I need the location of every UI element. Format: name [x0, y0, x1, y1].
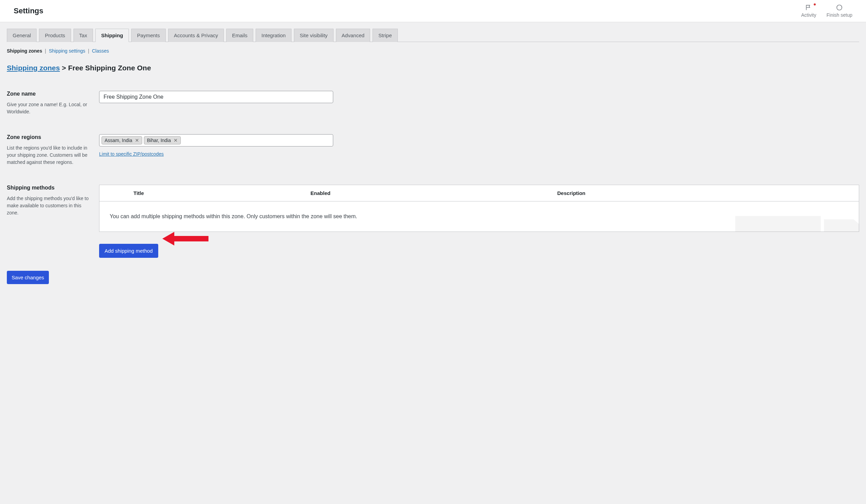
- notification-dot-icon: [814, 3, 816, 5]
- region-tag-label: Bihar, India: [147, 138, 171, 143]
- tab-integration[interactable]: Integration: [256, 29, 291, 42]
- table-empty-cell: You can add multiple shipping methods wi…: [99, 202, 859, 232]
- table-empty-row: You can add multiple shipping methods wi…: [99, 202, 859, 232]
- tab-tax[interactable]: Tax: [74, 29, 93, 42]
- activity-button[interactable]: Activity: [801, 4, 816, 18]
- tab-payments[interactable]: Payments: [131, 29, 166, 42]
- subtab-shipping-zones[interactable]: Shipping zones: [7, 48, 42, 54]
- subtab-classes[interactable]: Classes: [92, 48, 109, 54]
- close-icon[interactable]: ✕: [174, 138, 178, 143]
- svg-point-0: [837, 5, 842, 10]
- limit-postcodes-link[interactable]: Limit to specific ZIP/postcodes: [99, 151, 164, 157]
- arrow-annotation-icon: [162, 230, 210, 247]
- shipping-methods-label: Shipping methods: [7, 185, 92, 191]
- table-header-enabled: Enabled: [304, 185, 551, 202]
- empty-state-text: You can add multiple shipping methods wi…: [110, 214, 357, 219]
- table-header-blank: [99, 185, 127, 202]
- separator: |: [45, 48, 46, 54]
- tab-general[interactable]: General: [7, 29, 36, 42]
- finish-setup-button[interactable]: Finish setup: [827, 4, 852, 18]
- zone-name-input[interactable]: [99, 91, 333, 103]
- page-title: Settings: [14, 7, 43, 15]
- table-header-title: Title: [127, 185, 304, 202]
- breadcrumb: Shipping zones > Free Shipping Zone One: [7, 64, 859, 72]
- activity-label: Activity: [801, 12, 816, 18]
- zone-name-desc: Give your zone a name! E.g. Local, or Wo…: [7, 101, 92, 115]
- region-tag: Assam, India ✕: [101, 136, 142, 145]
- tab-site-visibility[interactable]: Site visibility: [294, 29, 334, 42]
- zone-regions-input[interactable]: Assam, India ✕ Bihar, India ✕: [99, 134, 333, 147]
- tab-shipping[interactable]: Shipping: [95, 29, 129, 42]
- breadcrumb-shipping-zones-link[interactable]: Shipping zones: [7, 64, 60, 72]
- breadcrumb-separator: >: [62, 64, 68, 72]
- table-header-description: Description: [551, 185, 859, 202]
- shipping-subtabs: Shipping zones | Shipping settings | Cla…: [7, 48, 859, 54]
- subtab-shipping-settings[interactable]: Shipping settings: [49, 48, 86, 54]
- save-changes-button[interactable]: Save changes: [7, 271, 49, 284]
- tab-stripe[interactable]: Stripe: [373, 29, 398, 42]
- zone-regions-label: Zone regions: [7, 134, 92, 140]
- tab-advanced[interactable]: Advanced: [336, 29, 370, 42]
- table-header-row: Title Enabled Description: [99, 185, 859, 202]
- settings-tabs: General Products Tax Shipping Payments A…: [7, 28, 859, 42]
- breadcrumb-current: Free Shipping Zone One: [68, 64, 151, 72]
- flag-icon: [805, 4, 812, 11]
- zone-name-label: Zone name: [7, 91, 92, 97]
- zone-regions-desc: List the regions you'd like to include i…: [7, 145, 92, 166]
- separator: |: [88, 48, 89, 54]
- shipping-methods-table: Title Enabled Description You can add mu…: [99, 185, 859, 232]
- tab-accounts-privacy[interactable]: Accounts & Privacy: [168, 29, 224, 42]
- tab-products[interactable]: Products: [39, 29, 71, 42]
- region-tag-label: Assam, India: [104, 138, 132, 143]
- circle-icon: [836, 4, 843, 11]
- shipping-methods-desc: Add the shipping methods you'd like to m…: [7, 195, 92, 217]
- add-shipping-method-button[interactable]: Add shipping method: [99, 244, 158, 258]
- tab-emails[interactable]: Emails: [226, 29, 253, 42]
- close-icon[interactable]: ✕: [135, 138, 139, 143]
- region-tag: Bihar, India ✕: [144, 136, 181, 145]
- svg-marker-5: [162, 232, 209, 245]
- finish-setup-label: Finish setup: [827, 12, 852, 18]
